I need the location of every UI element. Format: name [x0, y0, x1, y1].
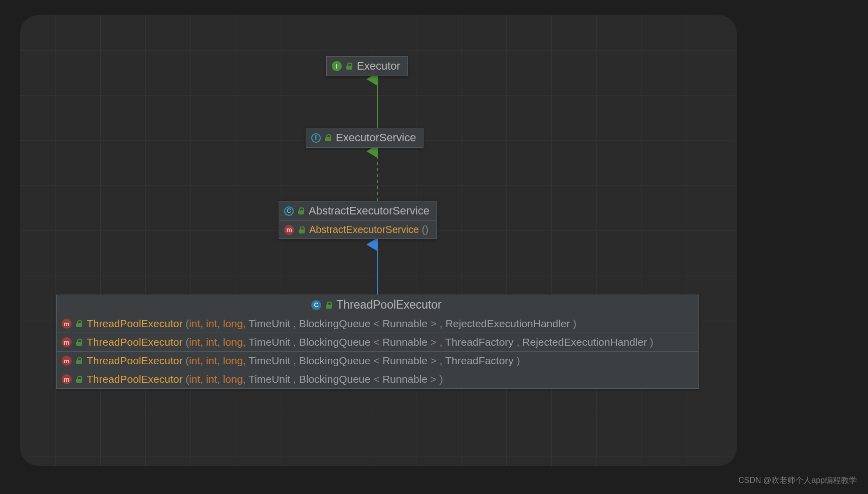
class-name: Executor [357, 60, 400, 73]
method-row[interactable]: mThreadPoolExecutor (int, int, long, Tim… [57, 333, 698, 351]
lock-icon [76, 357, 83, 364]
lock-icon [298, 226, 305, 233]
method-row[interactable]: m AbstractExecutorService () [279, 220, 437, 238]
method-icon: m [62, 374, 72, 384]
interface-icon: I [332, 61, 342, 71]
abstract-class-icon: C [284, 206, 294, 216]
lock-icon [325, 134, 332, 141]
class-icon: C [311, 300, 321, 310]
method-icon: m [62, 319, 72, 329]
lock-icon [298, 207, 305, 214]
node-abstract-executor-service[interactable]: C AbstractExecutorService m AbstractExec… [279, 201, 437, 239]
method-row[interactable]: mThreadPoolExecutor (int, int, long, Tim… [57, 370, 698, 388]
method-signature: ThreadPoolExecutor (int, int, long, Time… [87, 318, 576, 330]
class-name: ExecutorService [336, 131, 416, 144]
lock-icon [76, 320, 83, 327]
class-name: ThreadPoolExecutor [336, 298, 442, 312]
method-signature: ThreadPoolExecutor (int, int, long, Time… [87, 336, 654, 348]
interface-icon: I [311, 133, 321, 143]
watermark: CSDN @吹老师个人app编程教学 [738, 475, 857, 486]
lock-icon [76, 376, 83, 383]
method-name: AbstractExecutorService [309, 224, 419, 235]
method-signature: ThreadPoolExecutor (int, int, long, Time… [87, 355, 520, 367]
grid-background [20, 15, 737, 466]
node-executor[interactable]: I Executor [326, 56, 408, 76]
method-row[interactable]: mThreadPoolExecutor (int, int, long, Tim… [57, 351, 698, 370]
method-icon: m [284, 225, 294, 235]
node-thread-pool-executor[interactable]: C ThreadPoolExecutor mThreadPoolExecutor… [56, 295, 699, 389]
method-row[interactable]: mThreadPoolExecutor (int, int, long, Tim… [57, 315, 698, 333]
class-name: AbstractExecutorService [309, 204, 429, 217]
method-icon: m [62, 337, 72, 347]
node-executor-service[interactable]: I ExecutorService [306, 128, 423, 148]
method-params: () [422, 224, 428, 235]
lock-icon [346, 63, 353, 70]
diagram-canvas: I Executor I ExecutorService C AbstractE… [20, 15, 737, 466]
method-signature: ThreadPoolExecutor (int, int, long, Time… [87, 373, 443, 385]
lock-icon [76, 339, 83, 346]
method-icon: m [62, 356, 72, 366]
lock-icon [325, 302, 332, 309]
